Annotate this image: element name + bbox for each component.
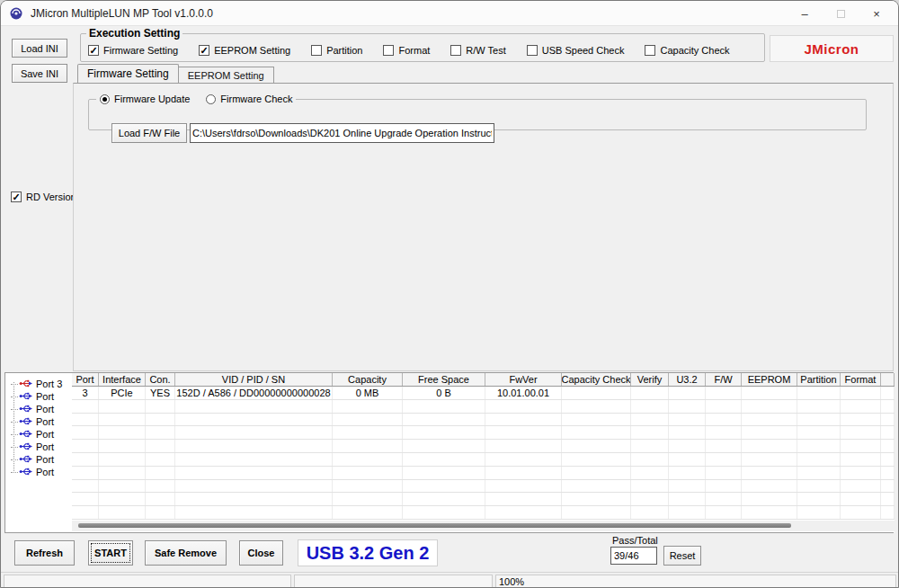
table-cell [841, 480, 881, 493]
exec-checkbox-eeprom-setting[interactable]: EEPROM Setting [199, 45, 290, 56]
close-button[interactable]: × [859, 1, 895, 26]
rd-version-checkbox[interactable]: RD Version [11, 192, 76, 202]
tree-item-port-2[interactable]: Port [11, 403, 72, 415]
firmware-path-input[interactable] [190, 123, 494, 143]
tree-connector [11, 384, 18, 385]
table-cell [631, 400, 669, 413]
table-cell [797, 493, 841, 505]
table-cell [742, 467, 797, 479]
table-cell [742, 387, 797, 399]
exec-checkbox-r-w-test[interactable]: R/W Test [450, 45, 505, 56]
table-cell [562, 467, 631, 479]
execution-setting-group: Execution Setting Firmware SettingEEPROM… [80, 33, 765, 62]
table-cell [631, 453, 669, 466]
safe-remove-button[interactable]: Safe Remove [145, 540, 227, 566]
table-row[interactable] [72, 414, 895, 427]
table-cell [669, 426, 706, 439]
table-cell [797, 400, 841, 413]
horizontal-scrollbar[interactable] [72, 521, 895, 531]
column-header[interactable]: Port [72, 373, 99, 386]
table-cell [797, 467, 841, 479]
tree-item-port-4[interactable]: Port [11, 428, 72, 441]
table-row[interactable] [72, 493, 895, 506]
table-cell [841, 400, 881, 413]
column-header[interactable]: VID / PID / SN [175, 373, 333, 386]
table-cell [797, 414, 841, 426]
column-header[interactable]: Partition [797, 373, 841, 386]
tree-item-port-6[interactable]: Port [11, 453, 72, 466]
table-cell [72, 400, 99, 413]
tree-item-port-1[interactable]: Port [11, 390, 72, 403]
table-row[interactable] [72, 426, 895, 440]
window-title: JMicron MultipleLUN MP Tool v1.0.0.0 [31, 7, 213, 20]
exec-checkbox-usb-speed-check[interactable]: USB Speed Check [527, 45, 625, 56]
refresh-button[interactable]: Refresh [14, 540, 75, 566]
column-header[interactable]: Interface [99, 373, 146, 386]
column-header[interactable]: F/W [706, 373, 742, 386]
firmware-check-radio[interactable]: Firmware Check [206, 94, 292, 104]
scrollbar-thumb[interactable] [78, 523, 791, 528]
exec-checkbox-partition[interactable]: Partition [311, 45, 362, 56]
table-cell [562, 414, 631, 426]
tree-connector [11, 409, 18, 410]
table-cell [742, 506, 797, 519]
table-row[interactable] [72, 506, 895, 520]
tree-rail [13, 382, 14, 471]
exec-checkbox-capacity-check[interactable]: Capacity Check [645, 45, 729, 56]
table-row[interactable] [72, 467, 895, 480]
firmware-update-radio[interactable]: Firmware Update [100, 94, 190, 104]
column-header[interactable]: EEPROM [742, 373, 797, 386]
tree-item-port-3[interactable]: Port [11, 415, 72, 428]
table-cell [706, 453, 742, 466]
table-cell: 0 B [403, 387, 485, 399]
column-header[interactable]: Free Space [403, 373, 485, 386]
exec-checkbox-firmware-setting[interactable]: Firmware Setting [88, 45, 178, 56]
table-row[interactable] [72, 400, 895, 414]
table-cell [175, 426, 333, 439]
column-header[interactable]: Capacity Check [562, 373, 631, 386]
column-header[interactable]: Con. [146, 373, 175, 386]
close-app-button[interactable]: Close [239, 540, 283, 566]
table-cell [669, 387, 706, 399]
load-ini-button[interactable]: Load INI [12, 39, 67, 58]
column-header[interactable]: FwVer [485, 373, 562, 386]
table-cell: 10.01.00.01 [485, 387, 562, 399]
table-cell [631, 440, 669, 452]
app-icon [9, 6, 23, 21]
tree-item-port-7[interactable]: Port [11, 466, 72, 478]
checkbox-box [311, 45, 322, 56]
start-button[interactable]: START [88, 540, 133, 566]
tree-connector [11, 434, 18, 435]
column-header[interactable]: Verify [631, 373, 669, 386]
table-cell [881, 426, 895, 439]
table-cell [333, 493, 403, 505]
load-fw-file-button[interactable]: Load F/W File [111, 123, 187, 143]
reset-button[interactable]: Reset [663, 546, 701, 566]
column-header[interactable]: Format [841, 373, 881, 386]
pass-total-input[interactable] [610, 547, 657, 565]
table-cell [175, 480, 333, 493]
firmware-update-label: Firmware Update [114, 94, 190, 104]
tree-connector [11, 396, 18, 397]
table-row[interactable] [72, 440, 895, 453]
column-header-filler [881, 373, 895, 386]
tab-firmware-setting[interactable]: Firmware Setting [77, 64, 179, 83]
minimize-button[interactable]: – [787, 1, 823, 26]
exec-checkbox-format[interactable]: Format [383, 45, 430, 56]
table-row[interactable] [72, 453, 895, 467]
table-cell [841, 426, 881, 439]
table-cell [333, 414, 403, 426]
table-cell [669, 506, 706, 519]
save-ini-button[interactable]: Save INI [12, 64, 67, 83]
table-cell [881, 414, 895, 426]
table-cell [175, 414, 333, 426]
tree-item-port-0[interactable]: Port 3 [11, 378, 72, 390]
table-row[interactable]: 3PCIeYES152D / A586 / DD000000000000280 … [72, 387, 895, 400]
tree-item-port-5[interactable]: Port [11, 441, 72, 453]
column-header[interactable]: U3.2 [669, 373, 706, 386]
column-header[interactable]: Capacity [333, 373, 403, 386]
table-row[interactable] [72, 480, 895, 494]
tab-eeprom-setting[interactable]: EEPROM Setting [179, 67, 274, 83]
table-cell [99, 467, 146, 479]
table-cell [797, 426, 841, 439]
